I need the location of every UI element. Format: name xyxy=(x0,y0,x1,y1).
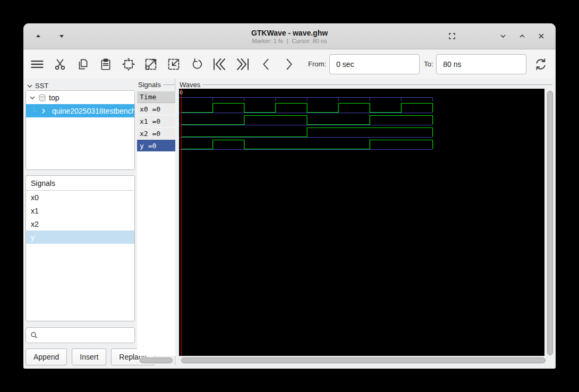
signal-row[interactable]: x0 =0 xyxy=(137,103,175,115)
undo-icon[interactable] xyxy=(189,56,205,72)
skip-to-end-icon[interactable] xyxy=(235,56,251,72)
waves-panel: Waves 0 xyxy=(179,79,555,369)
sst-collapse-icon[interactable] xyxy=(27,83,33,89)
step-back-icon[interactable] xyxy=(258,56,274,72)
v-scrollbar-thumb[interactable] xyxy=(547,91,553,355)
signals-horizontal-scrollbar[interactable] xyxy=(139,357,174,364)
signals-list: Time x0 =0x1 =0x2 =0y =0 xyxy=(137,91,175,356)
window-title: GTKWave - wave.ghw xyxy=(251,29,328,38)
signals-column: Signals Time x0 =0x1 =0x2 =0y =0 xyxy=(137,79,175,365)
reload-icon[interactable] xyxy=(533,56,548,72)
step-forward-icon[interactable] xyxy=(281,56,296,72)
cursor-status: Cursor: 80 ns xyxy=(292,38,327,44)
tree-item-label: quine20250318testbench xyxy=(52,107,134,115)
sst-header-label: SST xyxy=(35,82,48,90)
zoom-fit-icon[interactable] xyxy=(121,56,136,72)
to-label: To: xyxy=(424,60,433,68)
tree-item-top[interactable]: top xyxy=(26,91,134,104)
database-icon xyxy=(38,93,46,102)
append-button[interactable]: Append xyxy=(25,348,67,365)
wave-canvas-svg[interactable]: 0 xyxy=(179,89,544,356)
signal-row[interactable]: y =0 xyxy=(137,140,175,152)
signal-search[interactable] xyxy=(25,327,135,343)
wave-vertical-scrollbar[interactable] xyxy=(547,90,554,356)
search-icon xyxy=(30,331,38,339)
tree-branch-line xyxy=(33,107,38,112)
zoom-in-icon[interactable] xyxy=(143,56,159,72)
to-input[interactable] xyxy=(436,54,526,74)
tree-item-label: top xyxy=(49,93,59,102)
signal-row[interactable]: x1 =0 xyxy=(137,115,175,127)
wave-horizontal-scrollbar[interactable] xyxy=(181,357,547,364)
wave-trace-x0 xyxy=(182,104,433,113)
insert-button[interactable]: Insert xyxy=(72,348,106,365)
signals-column-header: Signals xyxy=(138,81,161,89)
available-signals-panel: Signals x0x1x2y xyxy=(25,175,135,321)
maximize-icon[interactable] xyxy=(515,30,529,42)
sst-tree: top quine20250318testbench xyxy=(25,90,135,170)
time-header: Time xyxy=(137,91,175,103)
main-content: SST top quine20250 xyxy=(23,79,556,369)
roll-up-icon[interactable] xyxy=(32,30,45,42)
minimize-icon[interactable] xyxy=(496,30,510,42)
menu-icon[interactable] xyxy=(30,56,45,72)
wave-trace-y xyxy=(182,140,433,149)
close-icon[interactable] xyxy=(534,30,548,42)
toolbar: From: To: xyxy=(23,49,556,79)
available-signal-item[interactable]: x2 xyxy=(26,217,134,231)
available-signal-item[interactable]: y xyxy=(26,231,134,244)
from-label: From: xyxy=(308,60,326,68)
signals-h-scrollbar-thumb[interactable] xyxy=(140,357,173,363)
from-input[interactable] xyxy=(329,54,420,74)
copy-icon[interactable] xyxy=(75,56,91,72)
available-signal-item[interactable]: x0 xyxy=(26,191,134,204)
cut-icon[interactable] xyxy=(53,56,68,72)
wave-trace-x2 xyxy=(182,128,433,137)
chevron-down-icon[interactable] xyxy=(29,95,36,101)
search-input[interactable] xyxy=(41,331,134,339)
marker-status: Marker: 1 fs xyxy=(252,38,283,44)
skip-to-start-icon[interactable] xyxy=(211,56,227,72)
paste-icon[interactable] xyxy=(98,56,113,72)
wave-h-scrollbar-thumb[interactable] xyxy=(181,357,546,363)
available-signals-header: Signals xyxy=(26,176,134,191)
tree-item-testbench[interactable]: quine20250318testbench xyxy=(26,104,134,117)
fullscreen-icon[interactable] xyxy=(445,30,459,42)
available-signal-item[interactable]: x1 xyxy=(26,204,134,217)
roll-down-icon[interactable] xyxy=(55,30,68,42)
waves-header: Waves xyxy=(180,81,200,89)
chevron-right-icon[interactable] xyxy=(40,108,47,114)
titlebar[interactable]: GTKWave - wave.ghw Marker: 1 fs | Cursor… xyxy=(23,23,556,49)
zoom-out-icon[interactable] xyxy=(166,56,182,72)
wave-trace-x1 xyxy=(182,116,433,125)
signal-row[interactable]: x2 =0 xyxy=(137,127,175,140)
status-separator: | xyxy=(287,38,288,44)
gtkwave-window: GTKWave - wave.ghw Marker: 1 fs | Cursor… xyxy=(23,23,556,369)
